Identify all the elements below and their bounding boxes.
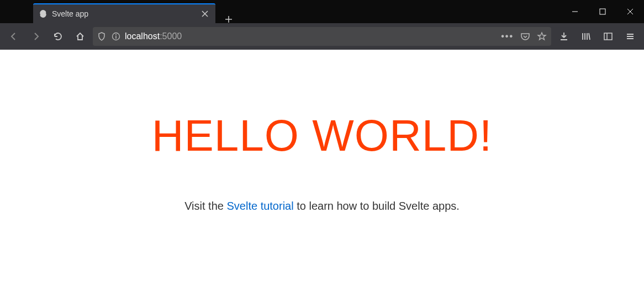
svg-rect-0 (600, 9, 605, 14)
svg-point-2 (115, 34, 117, 35)
site-info-icon[interactable] (112, 32, 120, 41)
svelte-favicon-icon (39, 9, 47, 18)
tab-strip: Svelte app (0, 0, 561, 23)
page-actions: ••• (501, 31, 547, 41)
library-button[interactable] (577, 27, 595, 46)
page-subtext: Visit the Svelte tutorial to learn how t… (0, 200, 644, 213)
url-port: :5000 (160, 31, 182, 41)
tab-title: Svelte app (52, 9, 196, 18)
svelte-tutorial-link[interactable]: Svelte tutorial (226, 200, 293, 212)
forward-button[interactable] (27, 27, 45, 46)
close-window-button[interactable] (616, 0, 644, 23)
window-titlebar: Svelte app (0, 0, 644, 23)
back-button[interactable] (4, 27, 23, 46)
sidebar-button[interactable] (599, 27, 617, 46)
url-bar[interactable]: localhost:5000 ••• (93, 27, 551, 46)
page-content: HELLO WORLD! Visit the Svelte tutorial t… (0, 50, 644, 292)
downloads-button[interactable] (555, 27, 573, 46)
app-menu-button[interactable] (621, 27, 640, 46)
reload-button[interactable] (49, 27, 67, 46)
pocket-icon[interactable] (520, 31, 530, 41)
new-tab-button[interactable] (219, 15, 239, 23)
tracking-protection-icon[interactable] (97, 32, 106, 41)
subtext-prefix: Visit the (184, 200, 226, 212)
identity-icons (97, 32, 120, 41)
page-actions-menu-icon[interactable]: ••• (501, 31, 514, 41)
window-controls (561, 0, 644, 23)
bookmark-star-icon[interactable] (537, 31, 547, 41)
browser-tab[interactable]: Svelte app (33, 3, 215, 23)
url-text: localhost:5000 (125, 31, 182, 41)
browser-toolbar: localhost:5000 ••• (0, 23, 644, 50)
svg-rect-3 (604, 33, 612, 40)
minimize-button[interactable] (561, 0, 589, 23)
page-heading: HELLO WORLD! (0, 110, 644, 161)
subtext-suffix: to learn how to build Svelte apps. (294, 200, 460, 212)
home-button[interactable] (71, 27, 89, 46)
tab-close-button[interactable] (200, 9, 210, 19)
url-host: localhost (125, 31, 160, 41)
maximize-button[interactable] (589, 0, 616, 23)
